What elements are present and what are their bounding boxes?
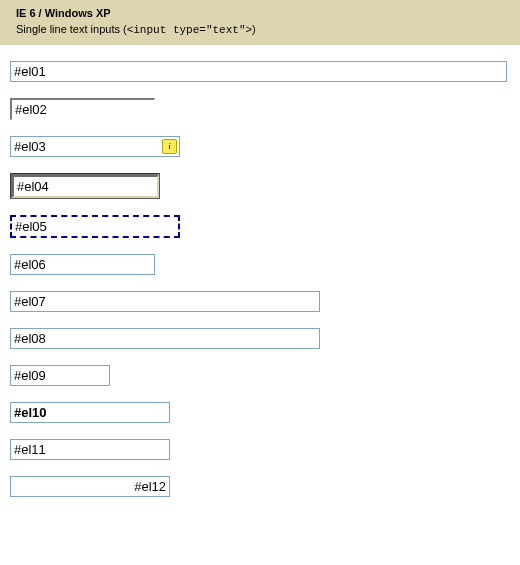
input-el08[interactable] xyxy=(10,328,320,349)
browser-os-title: IE 6 / Windows XP xyxy=(16,6,510,21)
row-el03: i xyxy=(10,136,510,157)
row-el01 xyxy=(10,61,510,82)
row-el06 xyxy=(10,254,510,275)
input-el12[interactable] xyxy=(10,476,170,497)
row-el09 xyxy=(10,365,510,386)
subtitle-suffix: ) xyxy=(252,23,256,35)
input-el10[interactable] xyxy=(10,402,170,423)
input-el06[interactable] xyxy=(10,254,155,275)
input-el05[interactable] xyxy=(10,215,180,238)
input-el01[interactable] xyxy=(10,61,507,82)
input-el02[interactable] xyxy=(10,98,155,120)
row-el07 xyxy=(10,291,510,312)
subtitle-code: <input type="text"> xyxy=(127,24,252,36)
page-subtitle: Single line text inputs (<input type="te… xyxy=(16,22,510,38)
page-header: IE 6 / Windows XP Single line text input… xyxy=(0,0,520,45)
input-el03[interactable] xyxy=(10,136,180,157)
input-el09[interactable] xyxy=(10,365,110,386)
row-el12 xyxy=(10,476,510,497)
row-el10 xyxy=(10,402,510,423)
autofill-info-icon: i xyxy=(162,139,177,154)
row-el04 xyxy=(10,173,510,199)
row-el11 xyxy=(10,439,510,460)
examples-body: i xyxy=(0,45,520,523)
subtitle-prefix: Single line text inputs ( xyxy=(16,23,127,35)
row-el02 xyxy=(10,98,510,120)
input-el11[interactable] xyxy=(10,439,170,460)
row-el05 xyxy=(10,215,510,238)
input-el04[interactable] xyxy=(11,174,159,198)
row-el08 xyxy=(10,328,510,349)
input-el07[interactable] xyxy=(10,291,320,312)
